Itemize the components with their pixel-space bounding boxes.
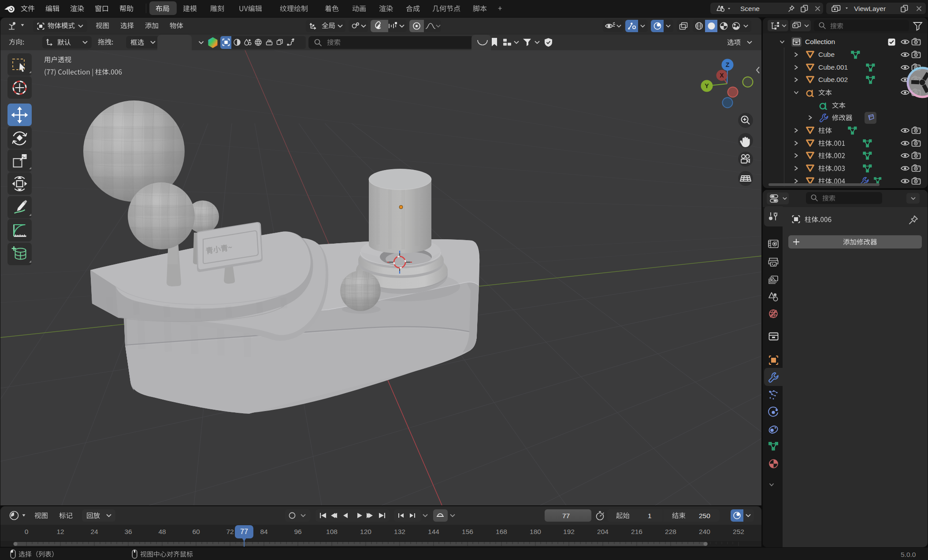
svg-text:X: X: [720, 72, 724, 79]
svg-text:Z: Z: [726, 61, 730, 68]
svg-text:Y: Y: [705, 82, 709, 89]
